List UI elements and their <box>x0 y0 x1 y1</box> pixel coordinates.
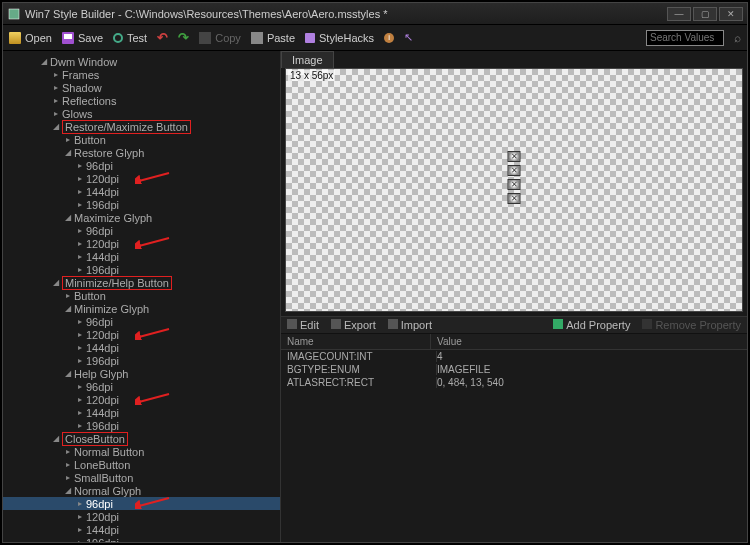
tree-node-dpi96[interactable]: ▸96dpi <box>3 380 280 393</box>
expand-icon[interactable]: ▸ <box>63 473 72 482</box>
tree-node-dpi144[interactable]: ▸144dpi <box>3 523 280 536</box>
search-input[interactable] <box>646 30 724 46</box>
info-button[interactable]: i <box>384 33 394 43</box>
expand-icon[interactable]: ▸ <box>63 460 72 469</box>
expand-icon[interactable]: ▸ <box>75 395 84 404</box>
undo-button[interactable]: ↶ <box>157 30 168 45</box>
tree-node-dpi96[interactable]: ▸96dpi <box>3 497 280 510</box>
tree-node-normal_button[interactable]: ▸Normal Button <box>3 445 280 458</box>
expand-icon[interactable]: ◢ <box>51 434 60 443</box>
open-button[interactable]: Open <box>9 32 52 44</box>
tree-node-dpi196[interactable]: ▸196dpi <box>3 263 280 276</box>
tree-node-dpi120[interactable]: ▸120dpi <box>3 393 280 406</box>
expand-icon[interactable]: ▸ <box>51 83 60 92</box>
expand-icon[interactable]: ▸ <box>75 161 84 170</box>
expand-icon[interactable]: ▸ <box>75 239 84 248</box>
expand-icon[interactable]: ▸ <box>75 421 84 430</box>
expand-icon[interactable]: ▸ <box>51 70 60 79</box>
tree-node-dpi120[interactable]: ▸120dpi <box>3 172 280 185</box>
tree-node-maximize_glyph[interactable]: ◢Maximize Glyph <box>3 211 280 224</box>
tree-node-reflections[interactable]: ▸Reflections <box>3 94 280 107</box>
tab-image[interactable]: Image <box>281 51 334 68</box>
expand-icon[interactable]: ▸ <box>75 265 84 274</box>
tree-node-close_button[interactable]: ◢CloseButton <box>3 432 280 445</box>
expand-icon[interactable]: ▸ <box>75 356 84 365</box>
expand-icon[interactable]: ▸ <box>51 109 60 118</box>
expand-icon[interactable]: ▸ <box>75 512 84 521</box>
tree-node-dpi144[interactable]: ▸144dpi <box>3 341 280 354</box>
tree-node-dpi144[interactable]: ▸144dpi <box>3 185 280 198</box>
tree-node-minimize_glyph[interactable]: ◢Minimize Glyph <box>3 302 280 315</box>
tree-node-dpi120[interactable]: ▸120dpi <box>3 510 280 523</box>
tree-node-button[interactable]: ▸Button <box>3 289 280 302</box>
tree-node-dpi96[interactable]: ▸96dpi <box>3 315 280 328</box>
expand-icon[interactable]: ▸ <box>75 174 84 183</box>
property-row[interactable]: IMAGECOUNT:INT4 <box>281 350 747 363</box>
expand-icon[interactable]: ◢ <box>63 486 72 495</box>
expand-icon[interactable]: ◢ <box>63 304 72 313</box>
tree-node-minimize_help[interactable]: ◢Minimize/Help Button <box>3 276 280 289</box>
export-button[interactable]: Export <box>331 319 376 331</box>
tree-node-button[interactable]: ▸Button <box>3 133 280 146</box>
copy-button[interactable]: Copy <box>199 32 241 44</box>
tree-node-dpi144[interactable]: ▸144dpi <box>3 406 280 419</box>
tree-node-dpi196[interactable]: ▸196dpi <box>3 419 280 432</box>
tree-node-normal_glyph[interactable]: ◢Normal Glyph <box>3 484 280 497</box>
expand-icon[interactable]: ▸ <box>75 330 84 339</box>
tree-node-dpi96[interactable]: ▸96dpi <box>3 224 280 237</box>
expand-icon[interactable]: ▸ <box>75 499 84 508</box>
expand-icon[interactable]: ◢ <box>39 57 48 66</box>
edit-button[interactable]: Edit <box>287 319 319 331</box>
tree-node-help_glyph[interactable]: ◢Help Glyph <box>3 367 280 380</box>
tree-panel[interactable]: ◢Dwm Window▸Frames▸Shadow▸Reflections▸Gl… <box>3 51 280 542</box>
header-name[interactable]: Name <box>281 334 431 349</box>
tree-node-dpi144[interactable]: ▸144dpi <box>3 250 280 263</box>
expand-icon[interactable]: ▸ <box>75 343 84 352</box>
maximize-button[interactable]: ▢ <box>693 7 717 21</box>
expand-icon[interactable]: ▸ <box>75 226 84 235</box>
expand-icon[interactable]: ▸ <box>75 252 84 261</box>
expand-icon[interactable]: ◢ <box>51 122 60 131</box>
expand-icon[interactable]: ▸ <box>75 538 84 542</box>
tree-node-dpi120[interactable]: ▸120dpi <box>3 237 280 250</box>
tree-node-dpi196[interactable]: ▸196dpi <box>3 354 280 367</box>
expand-icon[interactable]: ◢ <box>63 213 72 222</box>
search-icon[interactable]: ⌕ <box>734 31 741 45</box>
minimize-button[interactable]: — <box>667 7 691 21</box>
tree-node-frames[interactable]: ▸Frames <box>3 68 280 81</box>
expand-icon[interactable]: ▸ <box>63 447 72 456</box>
property-row[interactable]: ATLASRECT:RECT0, 484, 13, 540 <box>281 376 747 389</box>
expand-icon[interactable]: ▸ <box>63 135 72 144</box>
tree-node-dwm_window[interactable]: ◢Dwm Window <box>3 55 280 68</box>
expand-icon[interactable]: ▸ <box>75 200 84 209</box>
expand-icon[interactable]: ▸ <box>75 317 84 326</box>
test-button[interactable]: Test <box>113 32 147 44</box>
header-value[interactable]: Value <box>431 334 747 349</box>
tree-node-shadow[interactable]: ▸Shadow <box>3 81 280 94</box>
tree-node-lone_button[interactable]: ▸LoneButton <box>3 458 280 471</box>
tree-node-restore_max[interactable]: ◢Restore/Maximize Button <box>3 120 280 133</box>
tree-node-dpi120[interactable]: ▸120dpi <box>3 328 280 341</box>
property-row[interactable]: BGTYPE:ENUMIMAGEFILE <box>281 363 747 376</box>
import-button[interactable]: Import <box>388 319 432 331</box>
tree-node-dpi96[interactable]: ▸96dpi <box>3 159 280 172</box>
expand-icon[interactable]: ▸ <box>75 382 84 391</box>
redo-button[interactable]: ↷ <box>178 30 189 45</box>
expand-icon[interactable]: ▸ <box>51 96 60 105</box>
stylehacks-button[interactable]: StyleHacks <box>305 32 374 44</box>
tree-node-glows[interactable]: ▸Glows <box>3 107 280 120</box>
close-button[interactable]: ✕ <box>719 7 743 21</box>
expand-icon[interactable]: ◢ <box>63 369 72 378</box>
expand-icon[interactable]: ▸ <box>75 525 84 534</box>
expand-icon[interactable]: ▸ <box>75 408 84 417</box>
tree-node-restore_glyph[interactable]: ◢Restore Glyph <box>3 146 280 159</box>
add-property-button[interactable]: Add Property <box>553 319 630 331</box>
expand-icon[interactable]: ◢ <box>63 148 72 157</box>
tree-node-dpi196[interactable]: ▸196dpi <box>3 536 280 542</box>
tree-node-small_button[interactable]: ▸SmallButton <box>3 471 280 484</box>
arrow-button[interactable]: ↖ <box>404 31 413 44</box>
paste-button[interactable]: Paste <box>251 32 295 44</box>
expand-icon[interactable]: ▸ <box>63 291 72 300</box>
expand-icon[interactable]: ▸ <box>75 187 84 196</box>
expand-icon[interactable]: ◢ <box>51 278 60 287</box>
